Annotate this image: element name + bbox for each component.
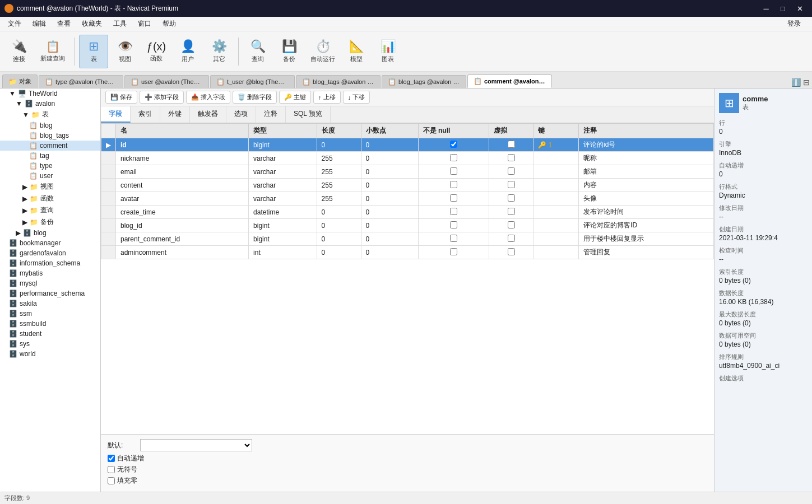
delete-field-button[interactable]: 🗑️ 删除字段 <box>233 91 277 104</box>
cell-decimal[interactable]: 0 <box>361 246 418 259</box>
info-button[interactable]: ℹ️ <box>791 78 801 87</box>
cell-type[interactable]: varchar <box>249 192 317 206</box>
virtual-checkbox[interactable] <box>508 208 515 215</box>
cell-comment[interactable]: 评论对应的博客ID <box>579 219 714 232</box>
sidebar-item-tag[interactable]: 📋 tag <box>0 151 100 161</box>
sidebar-item-sys[interactable]: 🗄️ sys <box>0 339 100 349</box>
tab-sql-preview[interactable]: SQL 预览 <box>286 106 331 123</box>
sidebar-item-views[interactable]: ▶ 📁 视图 <box>0 181 100 193</box>
cell-comment[interactable]: 头像 <box>579 192 714 206</box>
notnull-checkbox[interactable] <box>450 167 457 175</box>
cell-decimal[interactable]: 0 <box>361 152 418 165</box>
toolbar-chart[interactable]: 📊 图表 <box>373 35 402 68</box>
cell-virtual[interactable] <box>489 165 533 179</box>
cell-name[interactable]: blog_id <box>116 219 249 232</box>
cell-name[interactable]: admincomment <box>116 246 249 259</box>
notnull-checkbox[interactable] <box>450 221 457 228</box>
sidebar-item-ssm[interactable]: 🗄️ ssm <box>0 309 100 319</box>
cell-comment[interactable]: 评论的id号 <box>579 138 714 152</box>
toolbar-query[interactable]: 🔍 查询 <box>243 35 272 68</box>
sidebar-item-blogtags[interactable]: 📋 blog_tags <box>0 130 100 141</box>
cell-type[interactable]: bigint <box>249 219 317 232</box>
cell-length[interactable]: 255 <box>317 152 361 165</box>
sidebar-item-type[interactable]: 📋 type <box>0 161 100 171</box>
cell-virtual[interactable] <box>489 232 533 246</box>
col-name[interactable]: 名 <box>116 124 249 138</box>
move-up-button[interactable]: ↑ 上移 <box>313 91 341 104</box>
sidebar-item-information-schema[interactable]: 🗄️ information_schema <box>0 258 100 268</box>
cell-name[interactable]: nickname <box>116 152 249 165</box>
tab-indexes[interactable]: 索引 <box>131 106 160 123</box>
cell-name[interactable]: id <box>116 138 249 152</box>
cell-comment[interactable]: 邮箱 <box>579 165 714 179</box>
tab-blogtags2[interactable]: 📋 blog_tags @avalon (Th... <box>382 75 466 88</box>
table-row[interactable]: parent_comment_idbigint00用于楼中楼回复显示 <box>101 232 714 246</box>
save-button[interactable]: 💾 保存 <box>105 91 137 104</box>
cell-virtual[interactable] <box>489 246 533 259</box>
toolbar-newquery[interactable]: 📋 新建查询 <box>36 35 69 68</box>
cell-comment[interactable]: 昵称 <box>579 152 714 165</box>
table-row[interactable]: emailvarchar2550邮箱 <box>101 165 714 179</box>
cell-length[interactable]: 0 <box>317 219 361 232</box>
table-row[interactable]: nicknamevarchar2550昵称 <box>101 152 714 165</box>
cell-notnull[interactable] <box>418 232 489 246</box>
tab-user[interactable]: 📋 user @avalon (TheWor... <box>124 75 209 88</box>
toolbar-connect[interactable]: 🔌 连接 <box>4 35 34 68</box>
cell-virtual[interactable] <box>489 192 533 206</box>
cell-name[interactable]: parent_comment_id <box>116 232 249 246</box>
cell-notnull[interactable] <box>418 206 489 219</box>
sidebar-item-sakila[interactable]: 🗄️ sakila <box>0 298 100 309</box>
cell-notnull[interactable] <box>418 165 489 179</box>
col-comment[interactable]: 注释 <box>579 124 714 138</box>
tab-object[interactable]: 📁 对象 <box>2 74 38 88</box>
table-row[interactable]: ▶idbigint00🔑 1评论的id号 <box>101 138 714 152</box>
cell-virtual[interactable] <box>489 138 533 152</box>
sidebar-item-ssmbuild[interactable]: 🗄️ ssmbuild <box>0 319 100 329</box>
notnull-checkbox[interactable] <box>450 208 457 215</box>
tab-foreign-keys[interactable]: 外键 <box>160 106 190 123</box>
menu-edit[interactable]: 编辑 <box>27 17 52 30</box>
cell-notnull[interactable] <box>418 152 489 165</box>
cell-length[interactable]: 0 <box>317 138 361 152</box>
tab-comments[interactable]: 注释 <box>256 106 286 123</box>
cell-length[interactable]: 0 <box>317 232 361 246</box>
toolbar-model[interactable]: 📐 模型 <box>342 35 371 68</box>
virtual-checkbox[interactable] <box>508 221 515 228</box>
cell-type[interactable]: datetime <box>249 206 317 219</box>
col-key[interactable]: 键 <box>533 124 579 138</box>
menu-help[interactable]: 帮助 <box>157 17 182 30</box>
cell-type[interactable]: varchar <box>249 152 317 165</box>
cell-type[interactable]: int <box>249 246 317 259</box>
cell-length[interactable]: 255 <box>317 165 361 179</box>
cell-decimal[interactable]: 0 <box>361 232 418 246</box>
cell-notnull[interactable] <box>418 192 489 206</box>
cell-type[interactable]: varchar <box>249 165 317 179</box>
cell-comment[interactable]: 发布评论时间 <box>579 206 714 219</box>
unsigned-checkbox[interactable] <box>108 466 115 473</box>
toolbar-backup[interactable]: 💾 备份 <box>275 35 304 68</box>
cell-virtual[interactable] <box>489 152 533 165</box>
toolbar-table[interactable]: ⊞ 表 <box>79 35 108 68</box>
cell-notnull[interactable] <box>418 219 489 232</box>
cell-decimal[interactable]: 0 <box>361 179 418 192</box>
tab-type[interactable]: 📋 type @avalon (TheWor... <box>39 75 123 88</box>
minimize-button[interactable]: ─ <box>758 3 774 14</box>
cell-name[interactable]: content <box>116 179 249 192</box>
sidebar-item-gardenofavalon[interactable]: 🗄️ gardenofavalon <box>0 248 100 258</box>
sidebar-item-student[interactable]: 🗄️ student <box>0 329 100 339</box>
cell-length[interactable]: 255 <box>317 192 361 206</box>
expand-button[interactable]: ⊟ <box>803 78 810 87</box>
cell-name[interactable]: avatar <box>116 192 249 206</box>
cell-name[interactable]: create_time <box>116 206 249 219</box>
sidebar-item-queries[interactable]: ▶ 📁 查询 <box>0 204 100 216</box>
toolbar-autorun[interactable]: ⏱️ 自动运行 <box>306 35 340 68</box>
toolbar-user[interactable]: 👤 用户 <box>173 35 202 68</box>
sidebar-item-mybatis[interactable]: 🗄️ mybatis <box>0 268 100 278</box>
virtual-checkbox[interactable] <box>508 181 515 188</box>
toolbar-other[interactable]: ⚙️ 其它 <box>205 35 234 68</box>
col-virtual[interactable]: 虚拟 <box>489 124 533 138</box>
col-decimal[interactable]: 小数点 <box>361 124 418 138</box>
virtual-checkbox[interactable] <box>508 141 515 148</box>
sidebar-item-mysql[interactable]: 🗄️ mysql <box>0 278 100 288</box>
cell-length[interactable]: 0 <box>317 206 361 219</box>
